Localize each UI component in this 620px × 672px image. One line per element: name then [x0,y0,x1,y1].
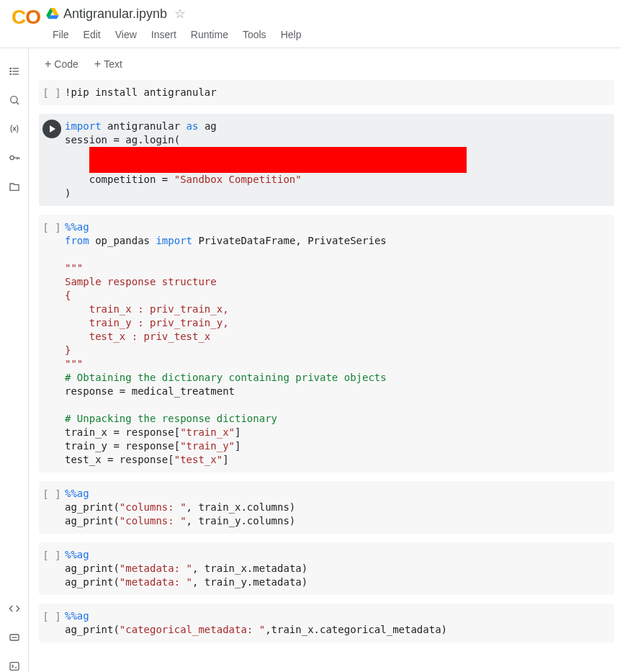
svg-line-7 [16,102,18,104]
drive-icon [46,8,59,19]
add-code-button[interactable]: +Code [39,55,84,73]
redacted-block [89,147,467,173]
code-editor[interactable]: %%ag ag_print("categorical_metadata: ",t… [65,609,614,637]
files-icon[interactable] [4,176,24,197]
colab-logo[interactable]: CO [6,4,46,29]
terminal-icon[interactable] [4,656,24,672]
code-editor[interactable]: import antigranular as ag session = ag.l… [65,120,614,200]
command-palette-icon[interactable] [4,627,24,648]
code-editor[interactable]: %%ag ag_print("metadata: ", train_x.meta… [65,548,614,589]
menu-tools[interactable]: Tools [236,26,273,43]
play-icon [50,125,55,133]
menu-view[interactable]: View [109,26,143,43]
cell-bracket: [ ] [42,611,60,637]
secrets-icon[interactable] [4,148,24,168]
add-text-button[interactable]: +Text [89,55,128,73]
code-editor[interactable]: !pip install antigranular [65,86,614,99]
svg-point-5 [10,73,11,74]
cell-bracket: [ ] [42,550,60,589]
svg-point-3 [10,68,11,68]
code-editor[interactable]: %%ag ag_print("columns: ", train_x.colum… [65,487,614,528]
toc-icon[interactable] [4,61,24,81]
plus-icon: + [94,58,101,70]
menu-file[interactable]: File [46,26,76,43]
code-cell[interactable]: [ ] %%ag ag_print("columns: ", train_x.c… [39,481,614,534]
cell-bracket: [ ] [42,488,60,528]
code-cell[interactable]: import antigranular as ag session = ag.l… [39,114,614,206]
search-icon[interactable] [4,90,24,110]
header: CO Antigranular.ipynb ☆ File Edit View I… [0,0,620,48]
menu-insert[interactable]: Insert [145,26,183,43]
variables-icon[interactable] [4,119,24,139]
run-button[interactable] [42,120,61,138]
svg-point-4 [10,71,11,71]
cell-bracket: [ ] [42,222,60,467]
cell-toolbar: +Code +Text [29,48,620,80]
main-area: +Code +Text [ ] !pip install antigranula… [29,48,620,672]
code-cell[interactable]: [ ] !pip install antigranular [39,80,614,105]
menu-help[interactable]: Help [274,26,308,43]
svg-point-8 [10,156,14,159]
code-editor[interactable]: %%ag from op_pandas import PrivateDataFr… [65,220,614,467]
code-cell[interactable]: [ ] %%ag from op_pandas import PrivateDa… [39,215,614,472]
notebook-title[interactable]: Antigranular.ipynb [63,6,167,22]
left-sidebar [0,48,29,672]
menu-edit[interactable]: Edit [77,26,107,43]
menu-bar: File Edit View Insert Runtime Tools Help [46,22,614,48]
svg-rect-14 [10,663,19,671]
code-cell[interactable]: [ ] %%ag ag_print("metadata: ", train_x.… [39,542,614,595]
menu-runtime[interactable]: Runtime [184,26,235,43]
plus-icon: + [45,58,51,70]
cell-bracket: [ ] [42,87,60,99]
svg-point-6 [10,97,17,103]
code-snippets-icon[interactable] [4,599,24,619]
code-cell[interactable]: [ ] %%ag ag_print("categorical_metadata:… [39,604,614,642]
star-icon[interactable]: ☆ [174,6,186,22]
